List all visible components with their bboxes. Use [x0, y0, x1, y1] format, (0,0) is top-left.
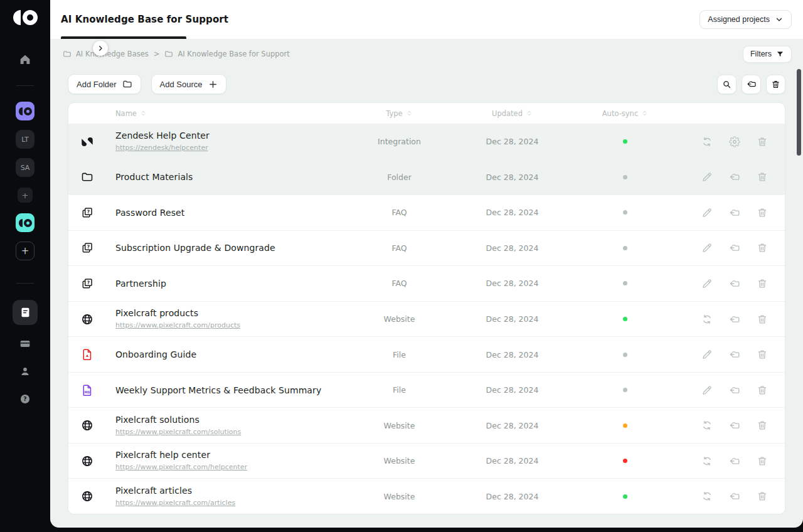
nav-knowledge-base[interactable] [13, 300, 38, 325]
delete-button[interactable] [766, 75, 785, 94]
workspace-item-sa[interactable]: SA [16, 158, 35, 177]
breadcrumb-label: AI Knowledge Bases [76, 50, 149, 58]
add-folder-button[interactable]: Add Folder [68, 74, 141, 94]
row-action-delete-button[interactable] [757, 491, 768, 502]
row-action-delete-button[interactable] [757, 171, 768, 183]
table-row[interactable]: Zendesk Help Center https://zendesk/help… [68, 124, 785, 159]
row-action-delete-button[interactable] [757, 455, 768, 467]
app-logo[interactable] [13, 10, 38, 25]
table-row[interactable]: Password Reset FAQ Dec 28, 2024 [68, 194, 785, 230]
source-type: Integration [348, 137, 451, 146]
breadcrumb-item-current[interactable]: AI Knowledge Base for Support [164, 50, 289, 58]
nav-browser-icon[interactable] [13, 335, 38, 353]
row-action-sync-button[interactable] [701, 420, 713, 431]
source-name: Subscription Upgrade & Downgrade [115, 243, 348, 253]
column-header-name[interactable]: Name [115, 109, 348, 118]
sort-icon [406, 109, 413, 117]
autosync-status-dot [623, 388, 627, 392]
row-action-move-button[interactable] [729, 491, 740, 502]
table-row[interactable]: Product Materials Folder Dec 28, 2024 [68, 159, 785, 195]
search-button[interactable] [717, 75, 737, 94]
table-row[interactable]: Pixelcraft solutions https://www.pixelcr… [68, 407, 785, 443]
source-url-link[interactable]: https://www.pixelcraft.com/solutions [115, 428, 241, 436]
column-header-autosync[interactable]: Auto-sync [573, 109, 677, 118]
workspace-icon-cyan[interactable] [16, 213, 35, 232]
nav-help-icon[interactable] [13, 390, 38, 408]
move-to-folder-button[interactable] [742, 75, 761, 94]
column-header-updated[interactable]: Updated [451, 109, 573, 118]
tab-title[interactable]: AI Knowledge Base for Support [61, 14, 228, 25]
table-row[interactable]: Subscription Upgrade & Downgrade FAQ Dec… [68, 230, 785, 266]
sidebar-divider [16, 85, 34, 86]
row-action-move-button[interactable] [729, 349, 740, 360]
workspace-item-lt[interactable]: LT [16, 130, 35, 149]
table-row[interactable]: Pixelcraft help center https://www.pixel… [68, 443, 785, 479]
row-action-edit-button[interactable] [701, 242, 713, 253]
filters-button[interactable]: Filters [743, 46, 792, 63]
nav-account-icon[interactable] [13, 363, 38, 380]
source-updated: Dec 28, 2024 [451, 421, 573, 430]
assigned-projects-dropdown[interactable]: Assigned projects [699, 10, 792, 29]
source-name: Pixelcraft solutions [115, 415, 348, 425]
sidebar-expand-button[interactable] [93, 41, 108, 56]
table-row[interactable]: Weekly Support Metrics & Feedback Summar… [68, 372, 785, 408]
workspace-add-small-button[interactable]: + [18, 188, 33, 203]
table-row[interactable]: Onboarding Guide File Dec 28, 2024 [68, 336, 785, 372]
source-updated: Dec 28, 2024 [451, 314, 573, 324]
row-action-sync-button[interactable] [701, 491, 713, 502]
row-action-move-button[interactable] [729, 242, 740, 253]
table-row[interactable]: Pixelcraft products https://www.pixelcra… [68, 301, 785, 337]
row-action-settings-button[interactable] [729, 136, 740, 147]
source-url-link[interactable]: https://www.pixelcraft.com/helpcenter [115, 463, 247, 471]
source-updated: Dec 28, 2024 [451, 492, 573, 501]
source-name: Pixelcraft help center [115, 450, 348, 460]
source-url-link[interactable]: https://zendesk/helpcenter [115, 144, 208, 152]
source-type: File [348, 350, 451, 359]
funnel-icon [776, 50, 784, 58]
row-action-sync-button[interactable] [701, 314, 713, 325]
vertical-scrollbar[interactable] [797, 69, 801, 156]
workspace-icon-primary[interactable] [16, 102, 35, 120]
table-row[interactable]: Partnership FAQ Dec 28, 2024 [68, 265, 785, 301]
source-type: FAQ [348, 208, 451, 217]
source-name: Partnership [115, 279, 348, 289]
workspace-add-button[interactable]: + [16, 242, 35, 260]
row-action-move-button[interactable] [729, 420, 740, 431]
home-icon[interactable] [18, 53, 32, 69]
folder-icon [164, 50, 173, 58]
row-action-sync-button[interactable] [701, 136, 713, 147]
row-action-move-button[interactable] [729, 207, 740, 218]
row-action-sync-button[interactable] [701, 455, 713, 467]
add-source-button[interactable]: Add Source [151, 74, 226, 94]
row-action-move-button[interactable] [729, 455, 740, 467]
row-action-delete-button[interactable] [757, 420, 768, 431]
source-type: FAQ [348, 243, 451, 253]
row-action-move-button[interactable] [729, 385, 740, 396]
zendesk-icon [81, 136, 93, 148]
row-action-edit-button[interactable] [701, 171, 713, 183]
row-action-edit-button[interactable] [701, 349, 713, 360]
source-url-link[interactable]: https://www.pixelcraft.com/articles [115, 499, 235, 507]
row-action-delete-button[interactable] [757, 349, 768, 360]
source-name: Password Reset [115, 208, 348, 218]
row-action-edit-button[interactable] [701, 385, 713, 396]
row-action-edit-button[interactable] [701, 207, 713, 218]
row-action-delete-button[interactable] [757, 242, 768, 253]
globe-icon [81, 490, 93, 503]
row-action-move-button[interactable] [729, 314, 740, 325]
logo-half-shape [13, 10, 21, 25]
row-action-edit-button[interactable] [701, 278, 713, 289]
row-action-delete-button[interactable] [757, 136, 768, 147]
row-action-delete-button[interactable] [757, 314, 768, 325]
row-action-delete-button[interactable] [757, 385, 768, 396]
row-action-delete-button[interactable] [757, 207, 768, 218]
row-action-move-button[interactable] [729, 278, 740, 289]
autosync-status-dot [623, 246, 627, 250]
row-action-move-button[interactable] [729, 171, 740, 183]
row-action-delete-button[interactable] [757, 278, 768, 289]
source-url-link[interactable]: https://www.pixelcraft.com/products [115, 321, 240, 329]
md-icon [81, 384, 93, 396]
table-row[interactable]: Pixelcraft articles https://www.pixelcra… [68, 478, 785, 514]
column-header-type[interactable]: Type [348, 109, 451, 118]
source-type: Website [348, 314, 451, 324]
